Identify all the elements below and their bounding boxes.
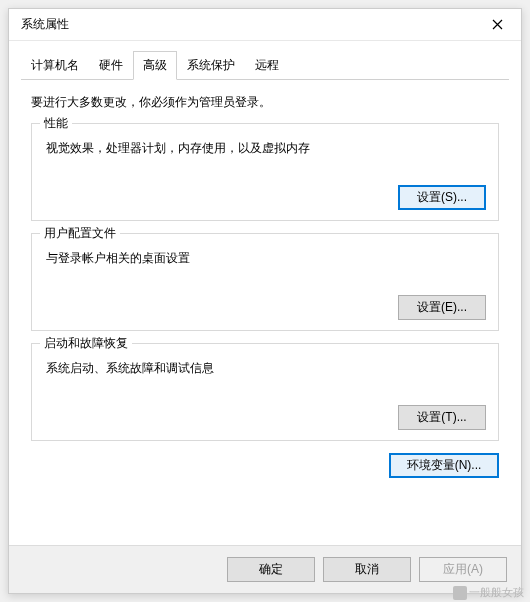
intro-text: 要进行大多数更改，你必须作为管理员登录。	[31, 94, 499, 111]
tab-remote[interactable]: 远程	[245, 51, 289, 79]
user-profiles-button-row: 设置(E)...	[44, 295, 486, 320]
close-icon	[492, 19, 503, 30]
performance-group: 性能 视觉效果，处理器计划，内存使用，以及虚拟内存 设置(S)...	[31, 123, 499, 221]
system-properties-dialog: 系统属性 计算机名 硬件 高级 系统保护 远程 要进行大多数更改，你必须作为管理…	[8, 8, 522, 594]
ok-button[interactable]: 确定	[227, 557, 315, 582]
tab-hardware[interactable]: 硬件	[89, 51, 133, 79]
dialog-button-bar: 确定 取消 应用(A)	[9, 545, 521, 593]
startup-group: 启动和故障恢复 系统启动、系统故障和调试信息 设置(T)...	[31, 343, 499, 441]
tab-bar: 计算机名 硬件 高级 系统保护 远程	[21, 51, 509, 80]
tab-system-protection[interactable]: 系统保护	[177, 51, 245, 79]
performance-title: 性能	[40, 115, 72, 132]
user-profiles-settings-button[interactable]: 设置(E)...	[398, 295, 486, 320]
startup-title: 启动和故障恢复	[40, 335, 132, 352]
startup-settings-button[interactable]: 设置(T)...	[398, 405, 486, 430]
performance-button-row: 设置(S)...	[44, 185, 486, 210]
apply-button[interactable]: 应用(A)	[419, 557, 507, 582]
window-title: 系统属性	[21, 16, 69, 33]
user-profiles-desc: 与登录帐户相关的桌面设置	[46, 250, 486, 267]
env-variables-row: 环境变量(N)...	[31, 453, 499, 478]
tab-advanced[interactable]: 高级	[133, 51, 177, 80]
env-variables-button[interactable]: 环境变量(N)...	[389, 453, 499, 478]
startup-desc: 系统启动、系统故障和调试信息	[46, 360, 486, 377]
performance-settings-button[interactable]: 设置(S)...	[398, 185, 486, 210]
close-button[interactable]	[481, 13, 513, 37]
tab-content: 要进行大多数更改，你必须作为管理员登录。 性能 视觉效果，处理器计划，内存使用，…	[9, 80, 521, 488]
performance-desc: 视觉效果，处理器计划，内存使用，以及虚拟内存	[46, 140, 486, 157]
user-profiles-title: 用户配置文件	[40, 225, 120, 242]
user-profiles-group: 用户配置文件 与登录帐户相关的桌面设置 设置(E)...	[31, 233, 499, 331]
tab-computer-name[interactable]: 计算机名	[21, 51, 89, 79]
cancel-button[interactable]: 取消	[323, 557, 411, 582]
titlebar: 系统属性	[9, 9, 521, 41]
startup-button-row: 设置(T)...	[44, 405, 486, 430]
